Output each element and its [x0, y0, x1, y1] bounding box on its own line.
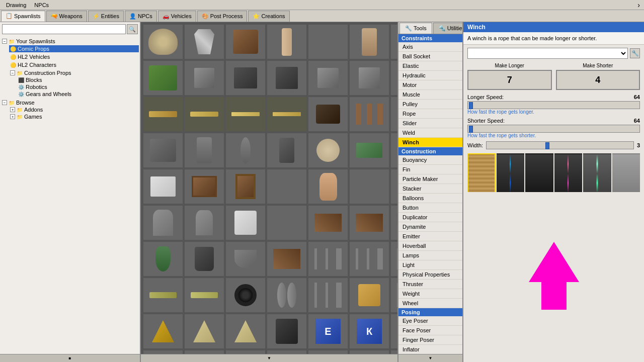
- list-item[interactable]: [143, 133, 183, 168]
- menu-collapse[interactable]: ›: [635, 1, 642, 9]
- list-item[interactable]: [267, 24, 307, 59]
- category-finger-poser[interactable]: Finger Poser: [398, 335, 462, 345]
- list-item[interactable]: [225, 24, 266, 59]
- list-item[interactable]: [143, 314, 183, 349]
- category-weight[interactable]: Weight: [398, 289, 462, 299]
- list-item[interactable]: [390, 60, 397, 96]
- list-item[interactable]: [349, 60, 389, 96]
- category-duplicator[interactable]: Duplicator: [398, 213, 462, 222]
- list-item[interactable]: [308, 205, 348, 240]
- list-item[interactable]: [349, 205, 389, 240]
- list-item[interactable]: Д: [390, 314, 397, 349]
- category-scroll-down[interactable]: ▼: [398, 354, 462, 362]
- list-item[interactable]: [390, 97, 397, 132]
- list-item[interactable]: [349, 24, 389, 59]
- list-item[interactable]: [184, 205, 224, 240]
- tab-npcs[interactable]: 👤 NPCs: [125, 11, 157, 22]
- list-item[interactable]: Е: [308, 314, 348, 349]
- list-item[interactable]: К: [349, 314, 389, 349]
- list-item[interactable]: [390, 278, 397, 313]
- list-item[interactable]: [143, 169, 183, 204]
- list-item[interactable]: [349, 169, 389, 204]
- tab-spawnlists[interactable]: 📋 Spawnlists: [1, 11, 45, 22]
- list-item[interactable]: [225, 314, 266, 349]
- category-stacker[interactable]: Stacker: [398, 184, 462, 194]
- texture-rope[interactable]: [467, 153, 496, 192]
- list-item[interactable]: [184, 24, 224, 59]
- texture-gray[interactable]: [612, 153, 640, 192]
- category-slider[interactable]: Slider: [398, 119, 462, 128]
- list-item[interactable]: [390, 205, 397, 240]
- list-item[interactable]: [349, 278, 389, 313]
- list-item[interactable]: [225, 169, 266, 204]
- list-item[interactable]: [143, 241, 183, 277]
- tree-hl2-vehicles-row[interactable]: 🟡 HL2 Vehicles: [9, 53, 139, 60]
- tree-spawnlists-row[interactable]: − 📁 Your Spawnlists: [1, 38, 139, 45]
- list-item[interactable]: [308, 133, 348, 168]
- category-dynamite[interactable]: Dynamite: [398, 222, 462, 232]
- texture-dark[interactable]: [525, 153, 553, 192]
- list-item[interactable]: [267, 314, 307, 349]
- list-item[interactable]: [225, 97, 266, 132]
- list-item[interactable]: [349, 97, 389, 132]
- list-item[interactable]: [390, 169, 397, 204]
- list-item[interactable]: [267, 350, 307, 354]
- shorter-speed-thumb[interactable]: [469, 126, 473, 133]
- texture-pink[interactable]: [554, 153, 583, 192]
- longer-speed-thumb[interactable]: [469, 102, 473, 109]
- category-hydraulic[interactable]: Hydraulic: [398, 71, 462, 80]
- longer-speed-slider[interactable]: [467, 101, 640, 109]
- list-item[interactable]: [143, 24, 183, 59]
- category-wheel[interactable]: Wheel: [398, 299, 462, 308]
- wrench-button[interactable]: 🔧: [630, 48, 640, 58]
- list-item[interactable]: [184, 278, 224, 313]
- list-item[interactable]: [308, 169, 348, 204]
- expand-games[interactable]: +: [10, 114, 15, 119]
- category-light[interactable]: Light: [398, 260, 462, 270]
- category-ball-socket[interactable]: Ball Socket: [398, 52, 462, 61]
- list-item[interactable]: [143, 350, 183, 354]
- list-item[interactable]: [225, 205, 266, 240]
- category-face-poser[interactable]: Face Poser: [398, 326, 462, 335]
- tree-gears-row[interactable]: ⚙️ Gears and Wheels: [17, 90, 139, 98]
- tree-hl2-characters-row[interactable]: 🟡 HL2 Characters: [9, 61, 139, 68]
- tab-vehicles[interactable]: 🚗 Vehicles: [158, 11, 196, 22]
- list-item[interactable]: [225, 133, 266, 168]
- list-item[interactable]: [184, 60, 224, 96]
- list-item[interactable]: [184, 241, 224, 277]
- category-winch[interactable]: Winch: [398, 138, 462, 147]
- list-item[interactable]: [184, 97, 224, 132]
- list-item[interactable]: [225, 241, 266, 277]
- category-fin[interactable]: Fin: [398, 165, 462, 174]
- list-item[interactable]: [308, 350, 348, 354]
- tree-comic-props-row[interactable]: 🟡 Comic Props: [9, 45, 139, 52]
- expand-spawnlists[interactable]: −: [2, 39, 7, 44]
- list-item[interactable]: [308, 241, 348, 277]
- list-item[interactable]: [267, 97, 307, 132]
- category-inflator[interactable]: Inflator: [398, 345, 462, 354]
- tree-robotics-row[interactable]: ⚙️ Robotics: [17, 83, 139, 90]
- menu-drawing[interactable]: Drawing: [2, 1, 30, 9]
- make-shorter-input[interactable]: 4: [556, 70, 640, 90]
- category-balloons[interactable]: Balloons: [398, 194, 462, 203]
- width-thumb[interactable]: [545, 142, 549, 149]
- list-item[interactable]: [184, 169, 224, 204]
- category-pulley[interactable]: Pulley: [398, 100, 462, 109]
- category-particle-maker[interactable]: Particle Maker: [398, 174, 462, 184]
- list-item[interactable]: [267, 205, 307, 240]
- expand-construction-props[interactable]: −: [10, 70, 15, 75]
- list-item[interactable]: [184, 350, 224, 354]
- list-item[interactable]: [143, 278, 183, 313]
- list-item[interactable]: [390, 241, 397, 277]
- make-longer-input[interactable]: 7: [467, 70, 552, 90]
- list-item[interactable]: [308, 24, 348, 59]
- category-motor[interactable]: Motor: [398, 80, 462, 90]
- category-button[interactable]: Button: [398, 203, 462, 213]
- left-panel-scroll-bottom[interactable]: ■: [0, 354, 140, 362]
- list-item[interactable]: [349, 241, 389, 277]
- list-item[interactable]: [349, 350, 389, 354]
- category-rope[interactable]: Rope: [398, 109, 462, 119]
- winch-rope-dropdown[interactable]: [467, 48, 628, 59]
- shorter-speed-hint[interactable]: How fast the rope gets shorter.: [467, 133, 640, 138]
- grid-scroll-bottom[interactable]: ▼: [141, 354, 397, 362]
